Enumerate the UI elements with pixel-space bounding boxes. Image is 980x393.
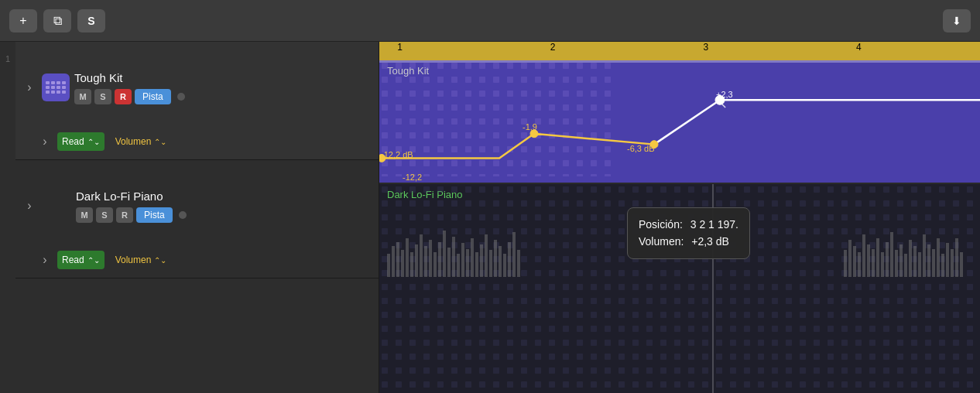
icon-cell	[46, 81, 50, 84]
ruler-mark-1: 1	[397, 42, 403, 53]
volumen-select-tough-kit[interactable]: Volumen ⌃⌄	[111, 132, 172, 151]
position-tooltip: Posición: 3 2 1 197. Volumen: +2,3 dB	[627, 207, 750, 259]
svg-rect-19	[424, 246, 427, 277]
svg-rect-18	[420, 234, 423, 277]
add-button[interactable]: +	[9, 9, 37, 32]
svg-rect-28	[466, 249, 469, 277]
track-info-tough-kit: Tough Kit M S R Pista	[74, 71, 372, 104]
tooltip-position-line: Posición: 3 2 1 197.	[639, 216, 738, 233]
svg-rect-15	[406, 238, 409, 277]
chevron-right-icon-2	[27, 199, 31, 213]
track-info-dark-lofi: Dark Lo-Fi Piano M S R Pista	[76, 190, 372, 223]
solo-button-tough-kit[interactable]: S	[94, 89, 111, 104]
drum-machine-icon	[46, 81, 66, 94]
track-expand-tough-kit[interactable]	[22, 80, 37, 95]
track-main-tough-kit: Tough Kit M S R Pista	[15, 42, 379, 127]
svg-rect-23	[443, 231, 446, 277]
svg-rect-20	[429, 240, 432, 277]
svg-rect-22	[438, 242, 441, 277]
ruler-label-1: 1	[397, 42, 403, 53]
ruler-mark-2: 2	[550, 42, 556, 53]
track-dot-tough-kit	[177, 93, 185, 101]
track-controls-tough-kit: M S R Pista	[74, 89, 372, 104]
solo-button-dark-lofi[interactable]: S	[96, 207, 113, 223]
icon-cell	[51, 91, 55, 94]
svg-rect-53	[904, 254, 907, 277]
track-controls-dark-lofi: M S R Pista	[76, 207, 372, 223]
svg-rect-54	[909, 240, 912, 277]
svg-rect-55	[913, 246, 917, 277]
ruler-mark-3: 3	[703, 42, 708, 53]
track-icon-tough-kit	[42, 73, 70, 101]
auto-label-1a: -12,2 dB	[381, 150, 413, 159]
mute-button-tough-kit[interactable]: M	[74, 89, 91, 104]
read-label-dark-lofi: Read	[62, 255, 84, 265]
track-name-dark-lofi: Dark Lo-Fi Piano	[76, 190, 372, 203]
icon-cell	[57, 86, 60, 89]
volumen-select-dark-lofi[interactable]: Volumen ⌃⌄	[111, 251, 172, 269]
svg-rect-30	[475, 252, 478, 277]
icon-cell	[62, 91, 66, 94]
left-panel: 1	[0, 42, 379, 393]
svg-rect-29	[471, 238, 474, 277]
side-numbers: 1	[0, 42, 15, 393]
icon-cell	[62, 86, 66, 89]
copy-button[interactable]: ⧉	[43, 9, 71, 32]
svg-rect-65	[960, 252, 963, 277]
s-button[interactable]: S	[77, 9, 105, 32]
icon-cell	[57, 81, 60, 84]
svg-rect-40	[844, 250, 847, 277]
pista-button-dark-lofi[interactable]: Pista	[136, 207, 173, 223]
ruler-mark-4: 4	[856, 42, 862, 53]
svg-rect-24	[447, 248, 451, 277]
ruler-label-4: 4	[856, 42, 862, 53]
auto-label-2: -1,9	[523, 122, 537, 132]
timeline-panel: 1 2 3 4 Tough Kit	[379, 42, 980, 393]
mute-button-dark-lofi[interactable]: M	[76, 207, 93, 223]
svg-rect-35	[499, 246, 502, 277]
svg-rect-47	[876, 238, 879, 277]
svg-rect-13	[396, 242, 399, 277]
auto-label-3: -6,3 dB	[627, 144, 654, 153]
timeline-ruler: 1 2 3 4	[379, 42, 980, 60]
tooltip-position-label: Posición:	[639, 218, 683, 231]
region-tough-kit[interactable]: Tough Kit	[379, 60, 980, 184]
record-button-tough-kit[interactable]: R	[115, 89, 132, 104]
svg-rect-45	[867, 244, 870, 277]
svg-rect-44	[862, 234, 865, 277]
svg-rect-26	[457, 254, 460, 277]
svg-rect-12	[392, 246, 395, 277]
read-select-tough-kit[interactable]: Read ⌃⌄	[57, 132, 105, 151]
download-button[interactable]: ⬇	[943, 9, 971, 32]
icon-cell	[57, 91, 60, 94]
top-toolbar: + ⧉ S ⬇	[0, 0, 980, 42]
icon-cell	[46, 86, 50, 89]
svg-rect-27	[461, 243, 464, 277]
svg-rect-11	[387, 254, 390, 277]
pista-button-tough-kit[interactable]: Pista	[135, 89, 171, 104]
tooltip-volume-value: +2,3 dB	[691, 235, 729, 248]
auto-expand-dark-lofi[interactable]	[39, 254, 51, 266]
svg-rect-37	[508, 242, 511, 277]
track-auto-dark-lofi: Read ⌃⌄ Volumen ⌃⌄	[15, 245, 379, 278]
read-select-dark-lofi[interactable]: Read ⌃⌄	[57, 251, 105, 269]
region-dark-lofi[interactable]: Dark Lo-Fi Piano	[379, 184, 980, 393]
left-panel-rows: 1	[0, 42, 379, 393]
svg-rect-25	[452, 237, 455, 277]
svg-rect-56	[918, 252, 921, 277]
auto-expand-tough-kit[interactable]	[39, 135, 51, 148]
svg-rect-49	[886, 242, 889, 277]
svg-rect-50	[890, 232, 893, 277]
svg-rect-58	[927, 244, 930, 277]
svg-rect-64	[955, 238, 958, 277]
track-expand-dark-lofi[interactable]	[22, 198, 37, 214]
svg-rect-52	[899, 244, 903, 277]
svg-rect-51	[895, 250, 898, 277]
track-dot-dark-lofi	[179, 211, 187, 219]
volumen-arrow-icon-2: ⌃⌄	[154, 256, 166, 265]
track-number-2	[0, 169, 15, 304]
svg-rect-32	[485, 234, 488, 277]
svg-rect-63	[951, 249, 954, 277]
svg-rect-39	[517, 250, 520, 277]
record-button-dark-lofi[interactable]: R	[116, 207, 133, 223]
